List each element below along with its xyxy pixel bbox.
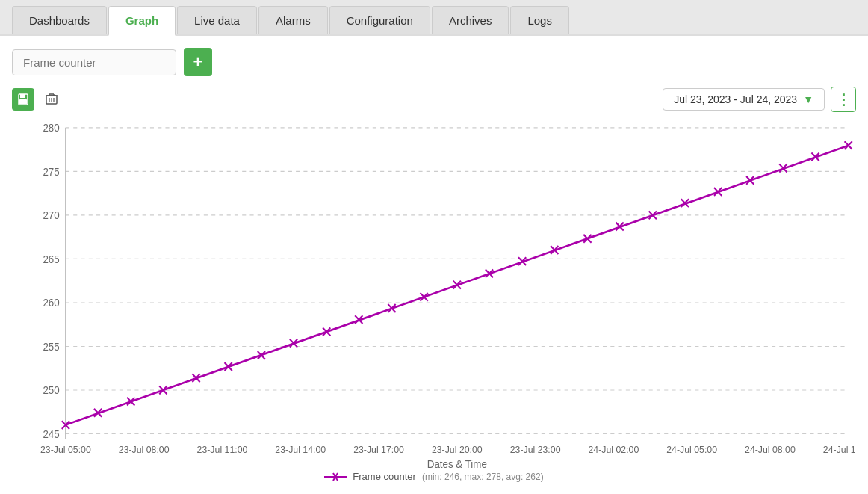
tab-archives[interactable]: Archives [432, 6, 509, 34]
svg-text:23-Jul 23:00: 23-Jul 23:00 [510, 445, 561, 455]
tab-configuration[interactable]: Configuration [329, 6, 430, 34]
svg-rect-2 [19, 99, 27, 104]
data-points [62, 141, 852, 429]
add-button[interactable]: + [184, 48, 212, 76]
tab-graph[interactable]: Graph [108, 6, 176, 36]
tab-bar: Dashboards Graph Live data Alarms Config… [0, 0, 868, 36]
chevron-down-icon: ▼ [803, 93, 813, 105]
content-area: + [0, 36, 868, 494]
delete-button[interactable] [40, 88, 63, 111]
legend: Frame counter (min: 246, max: 278, avg: … [12, 471, 856, 482]
x-axis-label: Dates & Time [427, 459, 487, 468]
tab-live-data[interactable]: Live data [177, 6, 257, 34]
svg-text:23-Jul 11:00: 23-Jul 11:00 [197, 445, 248, 455]
action-bar: Jul 23, 2023 - Jul 24, 2023 ▼ ⋮ [12, 87, 856, 112]
app-container: Dashboards Graph Live data Alarms Config… [0, 0, 868, 494]
svg-text:23-Jul 20:00: 23-Jul 20:00 [432, 445, 483, 455]
svg-text:270: 270 [43, 210, 60, 221]
svg-text:255: 255 [43, 342, 60, 353]
svg-text:23-Jul 17:00: 23-Jul 17:00 [353, 445, 404, 455]
legend-line-icon [324, 472, 347, 481]
svg-text:24-Jul 05:00: 24-Jul 05:00 [666, 445, 717, 455]
svg-text:260: 260 [43, 297, 60, 309]
date-range-label: Jul 23, 2023 - Jul 24, 2023 [674, 93, 797, 105]
date-range-button[interactable]: Jul 23, 2023 - Jul 24, 2023 ▼ [663, 88, 825, 111]
more-options-button[interactable]: ⋮ [831, 87, 856, 112]
legend-stats: (min: 246, max: 278, avg: 262) [422, 472, 544, 482]
svg-rect-1 [20, 94, 25, 98]
tab-alarms[interactable]: Alarms [258, 6, 328, 34]
x-axis: 23-Jul 05:00 23-Jul 08:00 23-Jul 11:00 2… [40, 445, 856, 455]
svg-text:280: 280 [43, 123, 60, 134]
chart-area: 280 275 270 265 260 255 [12, 120, 856, 468]
toolbar: + [12, 48, 856, 76]
line-chart: 280 275 270 265 260 255 [12, 120, 856, 468]
legend-label: Frame counter [353, 471, 416, 482]
tab-dashboards[interactable]: Dashboards [12, 6, 107, 34]
svg-text:250: 250 [43, 385, 60, 396]
tab-logs[interactable]: Logs [510, 6, 569, 34]
svg-text:23-Jul 05:00: 23-Jul 05:00 [40, 445, 91, 455]
svg-text:24-Jul 08:00: 24-Jul 08:00 [745, 445, 796, 455]
svg-text:24-Jul 02:00: 24-Jul 02:00 [588, 445, 639, 455]
svg-text:24-Jul 11:00: 24-Jul 11:00 [823, 445, 856, 455]
svg-text:23-Jul 08:00: 23-Jul 08:00 [119, 445, 170, 455]
save-icon [17, 93, 29, 105]
svg-text:23-Jul 14:00: 23-Jul 14:00 [275, 445, 326, 455]
more-icon: ⋮ [836, 92, 851, 107]
trash-icon [45, 93, 58, 106]
frame-counter-input[interactable] [12, 49, 176, 75]
save-button[interactable] [12, 88, 34, 111]
svg-text:245: 245 [43, 429, 60, 440]
y-axis: 280 275 270 265 260 255 [43, 123, 848, 440]
svg-text:275: 275 [43, 166, 60, 177]
svg-text:265: 265 [43, 254, 60, 265]
